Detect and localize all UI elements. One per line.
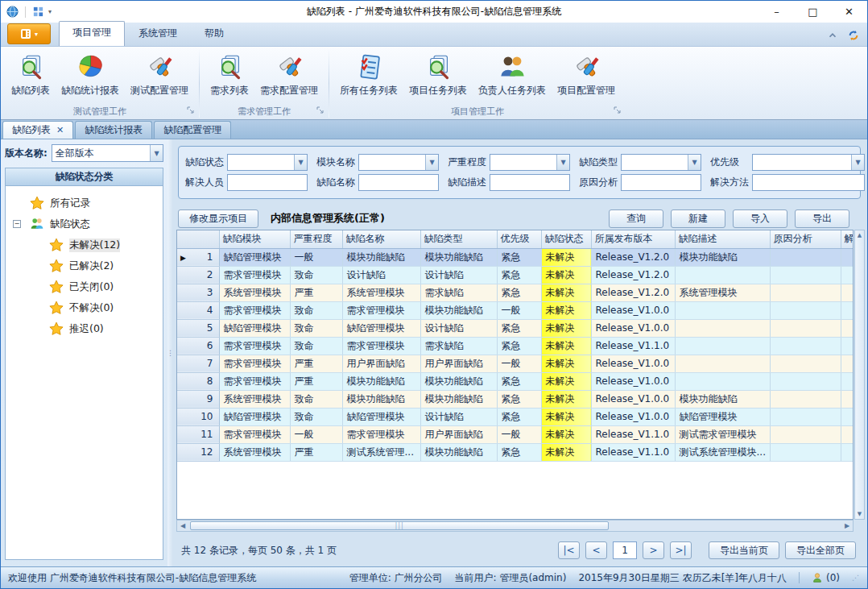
row-header[interactable]: 9 — [177, 390, 219, 408]
project-tasks-button[interactable]: 项目任务列表 — [403, 50, 473, 99]
scroll-up-icon[interactable]: ▲ — [858, 232, 862, 239]
tree-item[interactable]: 已关闭(0) — [7, 276, 161, 297]
all-tasks-button[interactable]: 所有任务列表 — [334, 50, 403, 99]
table-row[interactable]: 2需求管理模块致命设计缺陷设计缺陷紧急未解决Release_V1.2.0 — [177, 266, 854, 284]
export-all-pages-button[interactable]: 导出全部页 — [785, 541, 856, 559]
filter-input[interactable] — [621, 174, 701, 191]
scroll-left-icon[interactable]: ◀ — [177, 522, 188, 529]
sidebar-splitter[interactable]: ⋮ — [167, 139, 173, 566]
column-header[interactable]: 所属发布版本 — [591, 230, 675, 248]
table-row[interactable]: 6需求管理模块致命需求管理模块需求缺陷紧急未解决Release_V1.1.0 — [177, 337, 854, 355]
layout-switch-icon[interactable] — [32, 6, 44, 18]
column-header[interactable]: 解决方法 — [841, 230, 854, 248]
column-header[interactable]: 缺陷模块 — [219, 230, 290, 248]
maximize-button[interactable]: □ — [795, 2, 831, 23]
new-button[interactable]: 新建 — [671, 209, 725, 228]
project-config-button[interactable]: 项目配置管理 — [552, 50, 621, 99]
query-button[interactable]: 查询 — [609, 209, 663, 228]
close-tab-icon[interactable]: ✕ — [56, 125, 64, 135]
row-header[interactable]: 1▶ — [177, 248, 219, 266]
chevron-down-icon[interactable]: ▼ — [425, 155, 438, 170]
table-row[interactable]: 11需求管理模块一般需求管理模块用户界面缺陷一般未解决Release_V1.1.… — [177, 425, 854, 443]
table-row[interactable]: 5缺陷管理模块致命缺陷管理模块设计缺陷紧急未解决Release_V1.0.0 — [177, 319, 854, 337]
tree-item[interactable]: −缺陷状态 — [7, 214, 161, 234]
chevron-down-icon[interactable]: ▼ — [851, 155, 864, 170]
table-row[interactable]: 10缺陷管理模块致命缺陷管理模块设计缺陷紧急未解决Release_V1.0.0缺… — [177, 408, 854, 425]
filter-input[interactable] — [227, 174, 308, 191]
column-header[interactable]: 缺陷名称 — [342, 230, 420, 248]
horizontal-scrollbar[interactable]: ◀ ||| ▶ — [176, 520, 854, 532]
filter-input[interactable] — [358, 174, 439, 191]
table-row[interactable]: 12系统管理模块严重测试系统管理...模块功能缺陷紧急未解决Release_V1… — [177, 443, 854, 461]
row-header[interactable]: 3 — [177, 284, 219, 301]
application-menu-button[interactable]: ▾ — [7, 23, 51, 44]
row-header[interactable]: 7 — [177, 355, 219, 372]
minimize-button[interactable]: – — [758, 2, 795, 23]
filter-combobox[interactable]: ▼ — [358, 154, 439, 171]
chevron-down-icon[interactable]: ▼ — [294, 155, 307, 170]
row-header[interactable]: 2 — [177, 266, 219, 284]
chevron-down-icon[interactable]: ▼ — [688, 155, 701, 170]
owner-tasks-button[interactable]: 负责人任务列表 — [473, 50, 552, 99]
dropdown-arrow-icon[interactable]: ▾ — [48, 8, 52, 15]
ribbon-tab[interactable]: 帮助 — [191, 22, 238, 46]
table-row[interactable]: 9系统管理模块致命模块功能缺陷模块功能缺陷紧急未解决Release_V1.0.0… — [177, 390, 854, 408]
resize-grip[interactable]: ⋰ — [852, 574, 860, 582]
scrollbar-thumb[interactable]: ||| — [190, 521, 609, 530]
table-row[interactable]: 7需求管理模块严重用户界面缺陷用户界面缺陷一般未解决Release_V1.0.0 — [177, 355, 854, 372]
tree-item[interactable]: 所有记录 — [7, 193, 161, 214]
prev-page-button[interactable]: < — [585, 541, 607, 559]
first-page-button[interactable]: |< — [558, 541, 580, 559]
table-row[interactable]: 8需求管理模块严重模块功能缺陷模块功能缺陷紧急未解决Release_V1.0.0 — [177, 372, 854, 390]
import-button[interactable]: 导入 — [733, 209, 787, 228]
test-config-button[interactable]: 测试配置管理 — [125, 50, 194, 99]
page-number-input[interactable] — [613, 541, 637, 559]
ribbon-tab[interactable]: 项目管理 — [59, 21, 125, 46]
document-tab[interactable]: 缺陷统计报表 — [75, 121, 152, 139]
table-row[interactable]: 4需求管理模块致命需求管理模块模块功能缺陷一般未解决Release_V1.0.0 — [177, 301, 854, 319]
scroll-right-icon[interactable]: ▶ — [841, 522, 853, 529]
dialog-launcher-icon[interactable] — [614, 106, 621, 116]
column-header[interactable]: 缺陷类型 — [420, 230, 497, 248]
vertical-scrollbar[interactable]: ▲▼ — [854, 230, 865, 520]
requirement-config-button[interactable]: 需求配置管理 — [254, 50, 324, 99]
table-row[interactable]: 1▶缺陷管理模块一般模块功能缺陷模块功能缺陷紧急未解决Release_V1.2.… — [177, 248, 854, 266]
collapse-ribbon-icon[interactable] — [825, 29, 840, 42]
tree-item[interactable]: 不解决(0) — [7, 297, 161, 318]
column-header[interactable]: 优先级 — [497, 230, 541, 248]
filter-combobox[interactable]: ▼ — [490, 154, 570, 171]
tree-expander-icon[interactable]: − — [13, 220, 21, 228]
filter-input[interactable] — [490, 174, 570, 191]
column-header[interactable]: 严重程度 — [290, 230, 342, 248]
sync-icon[interactable] — [848, 30, 859, 41]
column-header[interactable]: 缺陷状态 — [541, 230, 591, 248]
export-current-page-button[interactable]: 导出当前页 — [709, 541, 779, 559]
dialog-launcher-icon[interactable] — [187, 106, 194, 116]
row-header[interactable]: 10 — [177, 408, 219, 425]
document-tab[interactable]: 缺陷列表✕ — [2, 121, 73, 139]
defect-stats-button[interactable]: 缺陷统计报表 — [56, 50, 125, 99]
column-header[interactable]: 原因分析 — [770, 230, 841, 248]
column-header[interactable]: 缺陷描述 — [675, 230, 770, 248]
modify-display-button[interactable]: 修改显示项目 — [178, 209, 258, 228]
filter-combobox[interactable]: ▼ — [227, 154, 308, 171]
last-page-button[interactable]: >| — [670, 541, 692, 559]
document-tab[interactable]: 缺陷配置管理 — [154, 121, 231, 139]
ribbon-tab[interactable]: 系统管理 — [125, 22, 191, 46]
row-header[interactable]: 6 — [177, 337, 219, 355]
requirement-list-button[interactable]: 需求列表 — [205, 50, 254, 99]
filter-input[interactable] — [752, 174, 865, 191]
chevron-down-icon[interactable]: ▼ — [150, 145, 163, 161]
row-header[interactable]: 4 — [177, 301, 219, 319]
row-header[interactable]: 11 — [177, 425, 219, 443]
export-button[interactable]: 导出 — [795, 209, 849, 228]
chevron-down-icon[interactable]: ▼ — [556, 155, 569, 170]
close-button[interactable]: ✕ — [831, 2, 867, 23]
row-header[interactable]: 8 — [177, 372, 219, 390]
tree-item[interactable]: 已解决(2) — [7, 255, 161, 276]
next-page-button[interactable]: > — [643, 541, 664, 559]
dialog-launcher-icon[interactable] — [316, 106, 324, 116]
scroll-down-icon[interactable]: ▼ — [858, 511, 862, 517]
row-header[interactable]: 5 — [177, 319, 219, 337]
defect-list-button[interactable]: 缺陷列表 — [6, 50, 56, 99]
